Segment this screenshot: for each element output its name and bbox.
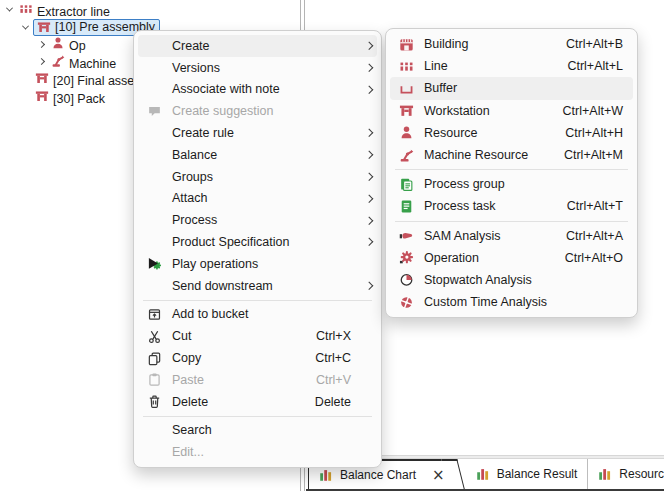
submenu-arrow-icon: [355, 218, 371, 224]
menu-item-label: Copy: [166, 351, 315, 365]
bucket-icon: [142, 307, 166, 322]
menu-item-search[interactable]: Search: [138, 420, 377, 442]
menu-item-label: Machine Resource: [418, 148, 564, 162]
menu-item-label: Buffer: [418, 81, 623, 95]
tree-item-label: [20] Final assem: [50, 74, 145, 88]
menu-item-line[interactable]: LineCtrl+Alt+L: [390, 55, 633, 77]
menu-item-create[interactable]: Create: [138, 35, 377, 57]
process-task-icon: [394, 199, 418, 214]
menu-item-process[interactable]: Process: [138, 209, 377, 231]
workstation-icon: [33, 70, 50, 86]
buffer-icon: [394, 81, 418, 96]
menu-item-create-rule[interactable]: Create rule: [138, 122, 377, 144]
workstation-icon: [394, 103, 418, 118]
chevron-down-icon[interactable]: [2, 7, 17, 12]
tab-balance-result[interactable]: Balance Result: [466, 459, 589, 489]
tab-resource-assignmen[interactable]: Resource Assignmen: [588, 459, 664, 489]
menu-item-add-to-bucket[interactable]: Add to bucket: [138, 304, 377, 326]
menu-item-product-specification[interactable]: Product Specification: [138, 231, 377, 253]
menu-item-label: Process task: [418, 199, 567, 213]
submenu-arrow-icon: [355, 87, 371, 93]
menu-separator: [143, 416, 372, 417]
submenu-arrow-icon: [355, 130, 371, 136]
tree-item-label: [30] Pack: [50, 92, 105, 106]
menu-item-balance[interactable]: Balance: [138, 144, 377, 166]
close-icon[interactable]: ×: [430, 468, 447, 483]
menu-item-operation[interactable]: OperationCtrl+Alt+O: [390, 247, 633, 269]
building-icon: [394, 37, 418, 52]
menu-item-shortcut: Ctrl+Alt+L: [567, 59, 627, 73]
menu-item-label: Groups: [166, 170, 351, 184]
submenu-arrow-icon: [355, 65, 371, 71]
menu-item-label: Workstation: [418, 104, 563, 118]
menu-item-label: Edit...: [166, 445, 351, 459]
menu-item-label: Paste: [166, 373, 316, 387]
line-icon: [17, 1, 34, 17]
menu-item-shortcut: Ctrl+V: [316, 373, 355, 387]
tree-item-extractor-line[interactable]: Extractor line: [0, 1, 300, 18]
menu-item-buffer[interactable]: Buffer: [390, 77, 633, 99]
menu-item-attach[interactable]: Attach: [138, 188, 377, 210]
tree-item-label: Extractor line: [34, 5, 110, 19]
menu-item-label: Operation: [418, 251, 565, 265]
menu-item-groups[interactable]: Groups: [138, 166, 377, 188]
menu-separator: [395, 169, 628, 170]
menu-item-paste: PasteCtrl+V: [138, 369, 377, 391]
menu-item-process-group[interactable]: Process group: [390, 173, 633, 195]
submenu-arrow-icon: [355, 43, 371, 49]
menu-item-create-suggestion: Create suggestion: [138, 100, 377, 122]
workstation-icon: [33, 88, 50, 104]
menu-item-label: Product Specification: [166, 235, 351, 249]
menu-item-shortcut: Ctrl+Alt+M: [564, 148, 627, 162]
menu-item-workstation[interactable]: WorkstationCtrl+Alt+W: [390, 100, 633, 122]
menu-item-machine-resource[interactable]: Machine ResourceCtrl+Alt+M: [390, 144, 633, 166]
menu-item-stopwatch-analysis[interactable]: Stopwatch Analysis: [390, 269, 633, 291]
menu-item-copy[interactable]: CopyCtrl+C: [138, 347, 377, 369]
menu-item-process-task[interactable]: Process taskCtrl+Alt+T: [390, 195, 633, 217]
menu-item-shortcut: Ctrl+Alt+O: [565, 251, 627, 265]
menu-item-shortcut: Ctrl+X: [316, 329, 355, 343]
menu-item-label: Stopwatch Analysis: [418, 273, 623, 287]
menu-item-label: SAM Analysis: [418, 229, 566, 243]
process-group-icon: [394, 177, 418, 192]
machine-icon: [49, 53, 66, 69]
bar-chart-icon: [319, 468, 334, 483]
cut-icon: [142, 329, 166, 344]
menu-item-versions[interactable]: Versions: [138, 57, 377, 79]
menu-item-label: Process: [166, 213, 351, 227]
submenu-arrow-icon: [355, 283, 371, 289]
custom-time-icon: [394, 295, 418, 310]
menu-item-delete[interactable]: DeleteDelete: [138, 391, 377, 413]
menu-item-send-downstream[interactable]: Send downstream: [138, 275, 377, 297]
menu-item-label: Versions: [166, 61, 351, 75]
tab-label: Balance Chart: [340, 468, 416, 482]
menu-item-shortcut: Ctrl+Alt+H: [565, 126, 627, 140]
menu-item-shortcut: Ctrl+C: [315, 351, 355, 365]
chevron-right-icon[interactable]: [34, 59, 49, 64]
menu-item-cut[interactable]: CutCtrl+X: [138, 325, 377, 347]
menu-item-sam-analysis[interactable]: SAM AnalysisCtrl+Alt+A: [390, 225, 633, 247]
menu-item-custom-time-analysis[interactable]: Custom Time Analysis: [390, 291, 633, 313]
chevron-right-icon[interactable]: [34, 42, 49, 47]
menu-item-label: Delete: [166, 395, 315, 409]
chevron-down-icon[interactable]: [18, 25, 33, 30]
menu-item-label: Search: [166, 423, 351, 437]
context-menu: CreateVersionsAssociate with noteCreate …: [133, 30, 382, 468]
tree-item-label: Op: [66, 39, 86, 53]
menu-item-label: Send downstream: [166, 279, 351, 293]
menu-item-label: Line: [418, 59, 567, 73]
line-icon: [394, 59, 418, 74]
delete-icon: [142, 394, 166, 409]
application-window: Extractor line[10] Pre assemblyOpMachine…: [0, 0, 664, 491]
menu-item-associate-with-note[interactable]: Associate with note: [138, 79, 377, 101]
person-icon: [49, 35, 66, 51]
menu-item-shortcut: Ctrl+Alt+B: [566, 37, 627, 51]
bar-chart-icon: [598, 467, 613, 482]
suggestion-icon: [142, 104, 166, 119]
menu-item-play-operations[interactable]: Play operations: [138, 253, 377, 275]
menu-item-resource[interactable]: ResourceCtrl+Alt+H: [390, 122, 633, 144]
person-icon: [394, 125, 418, 140]
menu-item-label: Balance: [166, 148, 351, 162]
menu-item-building[interactable]: BuildingCtrl+Alt+B: [390, 33, 633, 55]
menu-separator: [395, 221, 628, 222]
